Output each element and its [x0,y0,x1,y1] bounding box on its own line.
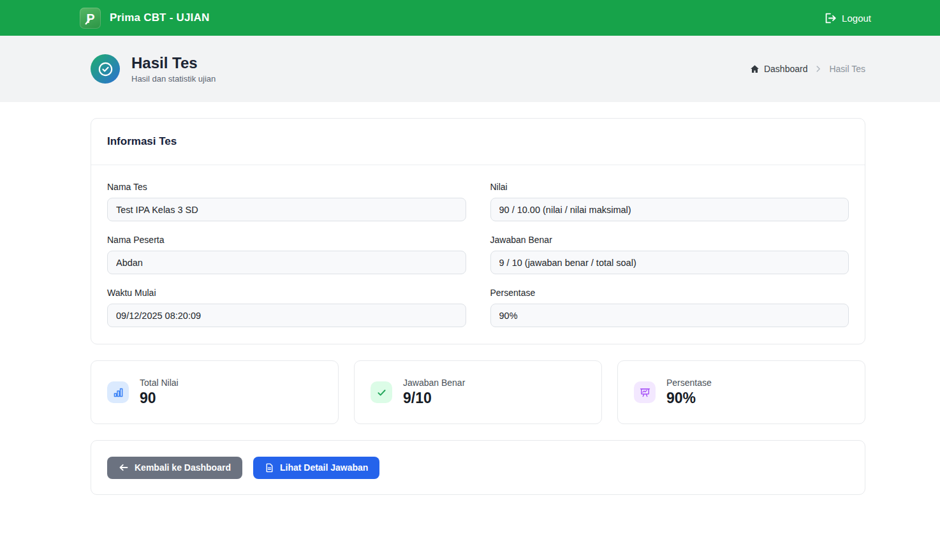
stat-card-total-nilai: Total Nilai 90 [91,360,339,424]
bar-chart-icon [107,381,129,403]
stat-value: 9/10 [403,390,465,407]
back-button-label: Kembali ke Dashboard [135,462,231,473]
field-nilai: Nilai [490,182,849,221]
stat-value: 90% [666,390,712,407]
stat-value: 90 [140,390,179,407]
home-icon [750,64,760,74]
prima-logo-icon: P [80,8,101,29]
waktu-mulai-input[interactable] [107,304,466,327]
logout-icon [825,13,836,24]
chevron-right-icon [814,64,823,73]
stat-label: Persentase [666,378,712,388]
field-label: Persentase [490,288,849,298]
nilai-input[interactable] [490,198,849,221]
field-persentase: Persentase [490,288,849,327]
stat-label: Total Nilai [140,378,179,388]
field-label: Nama Tes [107,182,466,192]
view-answer-detail-button[interactable]: Lihat Detail Jawaban [253,457,379,479]
stat-card-persentase: Persentase 90% [617,360,865,424]
breadcrumb-dashboard-label: Dashboard [764,64,808,74]
field-nama-tes: Nama Tes [107,182,466,221]
jawaban-benar-input[interactable] [490,251,849,274]
logout-button[interactable]: Logout [825,13,871,24]
document-icon [265,463,274,473]
logout-label: Logout [842,13,871,24]
presentation-chart-icon [634,381,656,403]
back-to-dashboard-button[interactable]: Kembali ke Dashboard [107,457,242,479]
arrow-left-icon [119,462,129,473]
breadcrumb: Dashboard Hasil Tes [750,64,865,74]
field-label: Nama Peserta [107,235,466,245]
breadcrumb-dashboard-link[interactable]: Dashboard [750,64,808,74]
field-waktu-mulai: Waktu Mulai [107,288,466,327]
app-title: Prima CBT - UJIAN [110,11,209,24]
page-subtitle: Hasil dan statistik ujian [131,74,216,84]
detail-button-label: Lihat Detail Jawaban [280,462,368,473]
nama-tes-input[interactable] [107,198,466,221]
stat-label: Jawaban Benar [403,378,465,388]
topbar: P Prima CBT - UJIAN Logout [0,0,940,36]
logo-letter: P [86,11,94,25]
brand: P Prima CBT - UJIAN [80,8,209,29]
page-header-band: Hasil Tes Hasil dan statistik ujian Dash… [0,36,940,102]
stats-row: Total Nilai 90 Jawaban Benar 9/10 Persen… [91,360,865,424]
field-nama-peserta: Nama Peserta [107,235,466,274]
breadcrumb-current: Hasil Tes [829,64,865,74]
actions-card: Kembali ke Dashboard Lihat Detail Jawaba… [91,440,865,495]
field-label: Jawaban Benar [490,235,849,245]
info-card: Informasi Tes Nama Tes Nilai Nama Pesert… [91,118,865,344]
field-jawaban-benar: Jawaban Benar [490,235,849,274]
check-circle-icon [91,54,120,84]
stat-card-jawaban-benar: Jawaban Benar 9/10 [354,360,602,424]
check-icon [371,381,392,403]
page-title: Hasil Tes [131,54,216,72]
field-label: Nilai [490,182,849,192]
persentase-input[interactable] [490,304,849,327]
info-card-title: Informasi Tes [107,135,849,148]
info-card-header: Informasi Tes [91,119,865,165]
field-label: Waktu Mulai [107,288,466,298]
nama-peserta-input[interactable] [107,251,466,274]
